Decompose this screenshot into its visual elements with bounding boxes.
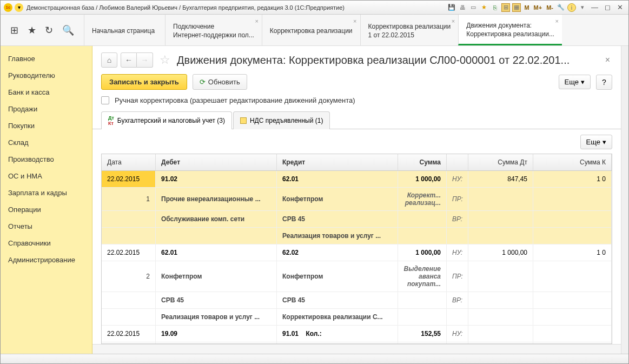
sidebar-item[interactable]: ОС и НМА: [1, 168, 92, 184]
home-button[interactable]: ⌂: [101, 52, 117, 68]
top-tab[interactable]: ПодключениеИнтернет-поддержки пол...×: [165, 15, 262, 45]
cell-sumdt: [468, 228, 533, 244]
table-row[interactable]: 2 Конфетпром Конфетпром Выделение аванса…: [102, 261, 612, 292]
inner-tabs: ДтКтБухгалтерский и налоговый учет (3)НД…: [92, 111, 621, 129]
tab-close-icon[interactable]: ×: [353, 18, 356, 24]
sidebar-item[interactable]: Банк и касса: [1, 84, 92, 101]
cell-n: [102, 228, 156, 244]
close-button[interactable]: ✕: [615, 3, 625, 11]
table-row[interactable]: 3 Конфетпром Прочие внереализационные д.…: [102, 342, 612, 343]
print-icon[interactable]: 🖶: [458, 3, 467, 12]
table-row[interactable]: 22.02.2015 19.09 91.01 Кол.: 152,55 НУ:: [102, 326, 612, 342]
tab-line1: Подключение: [173, 23, 254, 31]
cell-sumdt: [468, 292, 533, 308]
cell-n: [102, 309, 156, 325]
col-tag[interactable]: [447, 154, 468, 170]
m-button[interactable]: М: [523, 3, 530, 12]
favorite-star-icon[interactable]: ☆: [160, 53, 170, 67]
inner-tab[interactable]: ДтКтБухгалтерский и налоговый учет (3): [101, 111, 232, 129]
table-row[interactable]: 22.02.2015 62.01 62.02 1 000,00 НУ: 1 00…: [102, 244, 612, 261]
tab-close-icon[interactable]: ×: [452, 18, 455, 24]
col-date[interactable]: Дата: [102, 154, 156, 170]
top-tab[interactable]: Корректировка реализации×: [262, 15, 360, 45]
cell-tag: ПР:: [447, 261, 468, 292]
inner-tab[interactable]: НДС предъявленный (1): [233, 111, 330, 129]
cell-sumdt: [468, 342, 533, 343]
sidebar-item[interactable]: Продажи: [1, 101, 92, 117]
table-row[interactable]: Обслуживание комп. сети СРВ 45 ВР:: [102, 211, 612, 228]
save-icon[interactable]: 💾: [447, 3, 456, 12]
top-tab[interactable]: Движения документа:Корректировка реализа…: [458, 15, 562, 45]
refresh-button[interactable]: ⟳ Обновить: [193, 74, 247, 90]
tab-close-icon[interactable]: ×: [255, 18, 258, 24]
m-minus-button[interactable]: М-: [545, 3, 554, 12]
tab-line1: Движения документа:: [466, 22, 554, 30]
more-button[interactable]: Еще ▾: [559, 75, 591, 89]
sidebar-item[interactable]: Администрирование: [1, 252, 92, 268]
cell-tag: НУ:: [447, 326, 468, 342]
tools-icon[interactable]: 🔧: [557, 3, 565, 12]
sidebar-item[interactable]: Зарплата и кадры: [1, 184, 92, 201]
back-button[interactable]: ←: [121, 52, 137, 68]
top-tab[interactable]: Начальная страница: [84, 15, 165, 45]
sidebar-item[interactable]: Склад: [1, 134, 92, 151]
table-row[interactable]: 1 Прочие внереализационные ... Конфетпро…: [102, 188, 612, 211]
cell-debit-line: Реализация товаров и услуг ...: [156, 309, 277, 325]
vertical-scrollbar[interactable]: [621, 46, 628, 354]
m-plus-button[interactable]: М+: [533, 3, 544, 12]
help-button[interactable]: ?: [596, 75, 612, 90]
dropdown-icon[interactable]: ▾: [15, 3, 23, 12]
forward-button[interactable]: →: [137, 52, 153, 68]
table-more-button[interactable]: Еще ▾: [580, 135, 612, 149]
calendar-icon[interactable]: ▦: [512, 3, 521, 12]
history-icon[interactable]: ↻: [45, 24, 53, 36]
chevron-down-icon: ▾: [602, 138, 606, 146]
sidebar-item[interactable]: Операции: [1, 201, 92, 218]
col-sumk[interactable]: Сумма К: [533, 154, 612, 170]
info-icon[interactable]: i: [567, 3, 576, 12]
calculator-icon[interactable]: ⊞: [501, 3, 510, 12]
table-row[interactable]: СРВ 45 СРВ 45 ВР:: [102, 292, 612, 309]
page-close-button[interactable]: ×: [603, 55, 612, 65]
tab-line2: Интернет-поддержки пол...: [173, 31, 254, 40]
accounting-grid: Дата Дебет Кредит Сумма Сумма Дт Сумма К…: [101, 154, 612, 344]
sidebar-item[interactable]: Справочники: [1, 235, 92, 252]
star-icon[interactable]: ★: [28, 24, 36, 36]
col-credit[interactable]: Кредит: [277, 154, 398, 170]
manual-edit-checkbox[interactable]: [101, 96, 109, 104]
sidebar-item[interactable]: Главное: [1, 50, 92, 67]
table-row[interactable]: Реализация товаров и услуг ... Корректир…: [102, 309, 612, 326]
sidebar-item[interactable]: Руководителю: [1, 67, 92, 84]
maximize-button[interactable]: ◻: [602, 3, 613, 11]
cell-desc: [398, 228, 447, 244]
cell-sumk: [533, 342, 612, 343]
info-dropdown-icon[interactable]: ▾: [578, 3, 587, 12]
apps-icon[interactable]: ⊞: [10, 24, 18, 36]
cell-sumdt: [468, 188, 533, 210]
tab-close-icon[interactable]: ×: [555, 18, 559, 24]
save-close-button[interactable]: Записать и закрыть: [101, 74, 187, 90]
minimize-button[interactable]: —: [589, 3, 600, 11]
content-footer: [92, 344, 621, 354]
sidebar-item[interactable]: Покупки: [1, 117, 92, 134]
chevron-down-icon: ▾: [581, 78, 585, 86]
table-row[interactable]: Реализация товаров и услуг ...: [102, 228, 612, 244]
cell-sumk: 1 0: [533, 171, 612, 187]
table-row[interactable]: 22.02.2015 91.02 62.01 1 000,00 НУ: 847,…: [102, 171, 612, 188]
sidebar-item[interactable]: Производство: [1, 151, 92, 168]
col-sum[interactable]: Сумма: [398, 154, 447, 170]
cell-sumk: [533, 309, 612, 325]
sidebar: ГлавноеРуководителюБанк и кассаПродажиПо…: [1, 46, 92, 354]
top-tab[interactable]: Корректировка реализации1 от 22.02.2015×: [360, 15, 459, 45]
tab-line1: Корректировка реализации: [270, 27, 353, 36]
search-icon[interactable]: 🔍: [62, 24, 74, 36]
favorite-icon[interactable]: ★: [480, 3, 488, 12]
col-debit[interactable]: Дебет: [156, 154, 277, 170]
cell-credit-line: СРВ 45: [277, 211, 398, 227]
link-icon[interactable]: ⎘: [491, 3, 499, 12]
col-sumdt[interactable]: Сумма Дт: [468, 154, 533, 170]
doc-icon[interactable]: ▭: [469, 3, 478, 12]
cell-sumk: 1 0: [533, 244, 612, 261]
cell-n: [102, 292, 156, 308]
sidebar-item[interactable]: Отчеты: [1, 218, 92, 235]
